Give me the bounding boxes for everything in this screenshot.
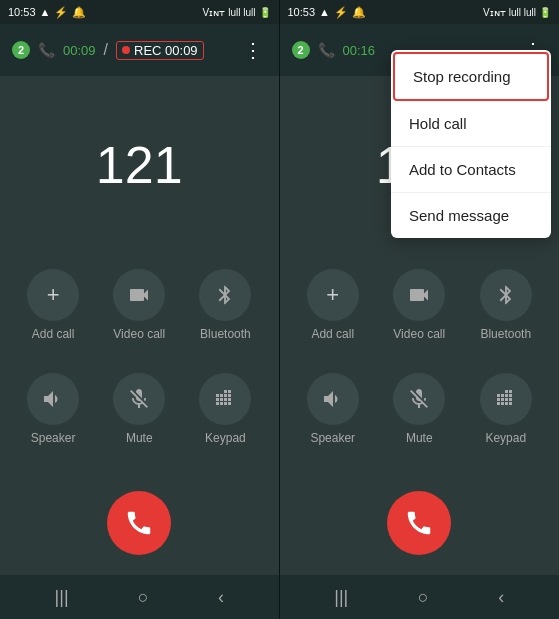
left-divider: / [104,41,108,59]
right-bt-icon: ⚡ [334,6,348,19]
left-battery-icon: 🔋 [259,7,271,18]
left-rec-indicator: REC 00:09 [116,41,204,60]
left-action-grid: + Add call Video call Bluetooth Speaker [0,233,279,481]
right-vol-icon: 🔔 [352,6,366,19]
right-nav-menu-icon[interactable]: ||| [334,587,348,608]
left-rec-text: REC 00:09 [134,43,198,58]
dropdown-hold-call[interactable]: Hold call [391,101,551,147]
right-call-timer: 00:16 [343,43,376,58]
right-keypad-button[interactable]: Keypad [463,357,550,461]
left-bluetooth-icon [199,269,251,321]
dropdown-stop-recording[interactable]: Stop recording [393,52,549,101]
right-signal-strength: lull lull [509,7,536,18]
right-bluetooth-button[interactable]: Bluetooth [463,253,550,357]
left-call-number: 121 [0,96,279,233]
left-video-call-label: Video call [113,327,165,341]
right-nav-home-icon[interactable]: ○ [418,587,429,608]
left-speaker-icon [27,373,79,425]
right-mute-button[interactable]: Mute [376,357,463,461]
right-call-badge: 2 [292,41,310,59]
left-status-time: 10:53 [8,6,36,18]
left-end-call-area [0,481,279,575]
right-end-call-area [280,481,560,575]
right-mute-icon [393,373,445,425]
left-signal-icon: ▲ [40,6,51,18]
left-call-bar: 2 📞 00:09 / REC 00:09 ⋮ [0,24,279,76]
left-speaker-button[interactable]: Speaker [10,357,96,461]
left-keypad-button[interactable]: Keypad [182,357,268,461]
left-keypad-icon [199,373,251,425]
left-add-call-icon: + [27,269,79,321]
right-bluetooth-label: Bluetooth [480,327,531,341]
left-phone-screen: 10:53 ▲ ⚡ 🔔 Vɪɴᴛ lull lull 🔋 2 📞 00:09 /… [0,0,280,619]
right-battery-icon: 🔋 [539,7,551,18]
right-action-grid: + Add call Video call Bluetooth Speaker [280,233,560,481]
left-bluetooth-button[interactable]: Bluetooth [182,253,268,357]
left-speaker-label: Speaker [31,431,76,445]
left-nav-menu-icon[interactable]: ||| [55,587,69,608]
right-status-time: 10:53 [288,6,316,18]
left-call-timer: 00:09 [63,43,96,58]
left-add-call-button[interactable]: + Add call [10,253,96,357]
right-speaker-label: Speaker [310,431,355,445]
left-vol-icon: 🔔 [72,6,86,19]
left-nav-bar: ||| ○ ‹ [0,575,279,619]
right-wifi-icon: Vɪɴᴛ [483,7,506,18]
right-video-icon [393,269,445,321]
right-end-call-button[interactable] [387,491,451,555]
right-add-call-button[interactable]: + Add call [290,253,377,357]
left-keypad-label: Keypad [205,431,246,445]
right-mute-label: Mute [406,431,433,445]
left-phone-icon: 📞 [38,42,55,58]
left-mute-button[interactable]: Mute [96,357,182,461]
dropdown-send-message[interactable]: Send message [391,193,551,238]
left-wifi-icon: Vɪɴᴛ [203,7,226,18]
right-bluetooth-icon [480,269,532,321]
right-keypad-icon [480,373,532,425]
left-mute-label: Mute [126,431,153,445]
right-speaker-icon [307,373,359,425]
left-rec-dot [122,46,130,54]
left-video-call-button[interactable]: Video call [96,253,182,357]
right-add-call-label: Add call [311,327,354,341]
left-bluetooth-label: Bluetooth [200,327,251,341]
right-phone-screen: 10:53 ▲ ⚡ 🔔 Vɪɴᴛ lull lull 🔋 2 📞 00:16 ⋮… [280,0,560,619]
right-status-bar: 10:53 ▲ ⚡ 🔔 Vɪɴᴛ lull lull 🔋 [280,0,560,24]
right-nav-back-icon[interactable]: ‹ [498,587,504,608]
left-mute-icon [113,373,165,425]
right-video-call-label: Video call [393,327,445,341]
right-dropdown-menu: Stop recording Hold call Add to Contacts… [391,50,551,238]
left-signal-strength: lull lull [228,7,255,18]
left-nav-home-icon[interactable]: ○ [138,587,149,608]
right-phone-icon: 📞 [318,42,335,58]
right-nav-bar: ||| ○ ‹ [280,575,560,619]
left-nav-back-icon[interactable]: ‹ [218,587,224,608]
dropdown-add-to-contacts[interactable]: Add to Contacts [391,147,551,193]
right-add-call-icon: + [307,269,359,321]
left-video-icon [113,269,165,321]
right-keypad-label: Keypad [485,431,526,445]
right-signal-icon: ▲ [319,6,330,18]
left-more-button[interactable]: ⋮ [239,34,267,66]
left-bt-icon: ⚡ [54,6,68,19]
left-end-call-button[interactable] [107,491,171,555]
left-call-badge: 2 [12,41,30,59]
right-video-call-button[interactable]: Video call [376,253,463,357]
left-status-bar: 10:53 ▲ ⚡ 🔔 Vɪɴᴛ lull lull 🔋 [0,0,279,24]
right-speaker-button[interactable]: Speaker [290,357,377,461]
left-add-call-label: Add call [32,327,75,341]
